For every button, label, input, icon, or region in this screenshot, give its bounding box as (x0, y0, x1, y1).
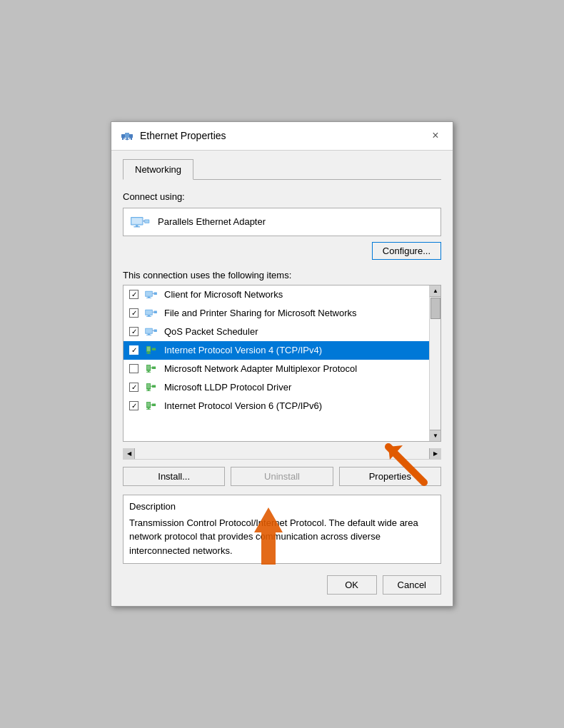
description-title: Description (129, 501, 435, 512)
window-title: Ethernet Properties (140, 130, 427, 141)
list-item-selected[interactable]: Internet Protocol Version 4 (TCP/IPv4) (124, 341, 429, 360)
item-label-3: QoS Packet Scheduler (164, 326, 258, 337)
green-icon-5 (144, 363, 158, 375)
list-item[interactable]: File and Printer Sharing for Microsoft N… (124, 304, 429, 323)
checkbox-1[interactable] (129, 290, 139, 299)
horizontal-scrollbar[interactable]: ◀ ▶ (123, 448, 441, 460)
list-item[interactable]: Client for Microsoft Networks (124, 285, 429, 304)
list-item[interactable]: Microsoft Network Adapter Multiplexor Pr… (124, 360, 429, 378)
scroll-down-button[interactable]: ▼ (430, 430, 441, 441)
checkbox-3[interactable] (129, 327, 139, 336)
svg-rect-25 (146, 316, 151, 317)
description-text: Transmission Control Protocol/Internet P… (129, 516, 435, 558)
tab-networking[interactable]: Networking (123, 159, 193, 180)
configure-button[interactable]: Configure... (372, 242, 441, 260)
item-label-4: Internet Protocol Version 4 (TCP/IPv4) (164, 345, 322, 355)
checkbox-5[interactable] (129, 364, 139, 373)
configure-row: Configure... (123, 242, 441, 260)
svg-rect-20 (154, 292, 157, 295)
list-item[interactable]: QoS Packet Scheduler (124, 323, 429, 341)
svg-rect-14 (145, 220, 148, 223)
green-icon-4 (144, 345, 158, 356)
scroll-left-button[interactable]: ◀ (124, 448, 135, 459)
adapter-name: Parallels Ethernet Adapter (158, 216, 266, 227)
svg-rect-38 (152, 348, 156, 350)
install-button[interactable]: Install... (123, 467, 225, 486)
properties-button[interactable]: Properties (339, 467, 441, 486)
description-box: Description Transmission Control Protoco… (123, 495, 441, 565)
green-icon-6 (144, 382, 158, 393)
list-item[interactable]: Internet Protocol Version 6 (TCP/IPv6) (124, 397, 429, 415)
svg-rect-26 (154, 310, 157, 313)
svg-rect-44 (152, 366, 156, 369)
connection-items-label: This connection uses the following items… (123, 270, 441, 280)
checkbox-7[interactable] (129, 401, 139, 410)
adapter-box: Parallels Ethernet Adapter (123, 208, 441, 236)
svg-rect-56 (152, 403, 156, 406)
svg-rect-55 (146, 409, 151, 410)
svg-rect-2 (125, 133, 129, 138)
item-label-6: Microsoft LLDP Protocol Driver (164, 382, 291, 393)
cancel-button[interactable]: Cancel (383, 575, 441, 595)
checkbox-2[interactable] (129, 308, 139, 318)
svg-rect-41 (147, 365, 150, 370)
svg-rect-17 (146, 291, 152, 295)
item-label-2: File and Printer Sharing for Microsoft N… (164, 308, 356, 318)
green-icon-7 (144, 400, 158, 412)
svg-rect-49 (146, 390, 151, 391)
ok-cancel-row: OK Cancel (123, 575, 441, 595)
network-icon-3 (144, 326, 158, 338)
item-label-1: Client for Microsoft Networks (164, 289, 283, 300)
items-list[interactable]: Client for Microsoft Networks File and P… (123, 285, 441, 442)
scrollbar-thumb[interactable] (430, 298, 440, 319)
svg-rect-10 (132, 218, 142, 224)
title-bar: Ethernet Properties × (111, 122, 453, 151)
svg-rect-35 (147, 347, 150, 351)
uninstall-button[interactable]: Uninstall (231, 467, 333, 486)
tab-bar: Networking (123, 159, 441, 180)
svg-rect-32 (154, 329, 157, 332)
svg-rect-37 (146, 353, 151, 354)
network-icon-2 (144, 308, 158, 319)
dialog-content: Networking Connect using: Parallels Ethe… (111, 151, 453, 607)
action-buttons-row: Install... Uninstall Properties (123, 467, 441, 486)
checkbox-6[interactable] (129, 383, 139, 392)
svg-rect-12 (134, 226, 140, 227)
svg-rect-43 (146, 372, 151, 373)
svg-rect-29 (146, 328, 152, 333)
svg-rect-47 (147, 384, 150, 388)
scrollbar-track[interactable]: ▲ ▼ (429, 285, 440, 441)
adapter-icon (131, 214, 151, 230)
close-button[interactable]: × (427, 127, 444, 144)
checkbox-4[interactable] (129, 345, 139, 355)
ok-button[interactable]: OK (327, 575, 377, 595)
ethernet-icon (120, 128, 134, 143)
item-label-7: Internet Protocol Version 6 (TCP/IPv6) (164, 400, 322, 411)
connect-using-label: Connect using: (123, 191, 441, 202)
list-item[interactable]: Microsoft LLDP Protocol Driver (124, 378, 429, 397)
svg-rect-23 (146, 310, 152, 314)
network-icon-1 (144, 289, 158, 300)
svg-rect-53 (147, 403, 150, 407)
svg-rect-50 (152, 385, 156, 388)
svg-rect-31 (146, 335, 151, 335)
svg-rect-19 (146, 298, 151, 298)
scroll-right-button[interactable]: ▶ (429, 448, 440, 459)
scroll-up-button[interactable]: ▲ (430, 285, 441, 297)
item-label-5: Microsoft Network Adapter Multiplexor Pr… (164, 363, 357, 374)
